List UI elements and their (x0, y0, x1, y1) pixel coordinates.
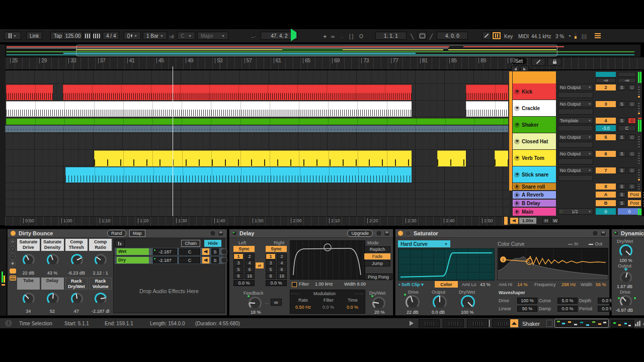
delay-beat-5[interactable]: 5 (266, 266, 276, 273)
clip-crackle[interactable] (6, 101, 412, 117)
time-ruler[interactable]: 0:501:001:101:201:301:401:502:002:102:20… (5, 216, 509, 226)
output-knob[interactable] (433, 295, 447, 309)
chain-solo-button[interactable]: S (211, 248, 219, 255)
rack-rand-button[interactable]: Rand (107, 230, 126, 237)
overdub-plus-icon[interactable]: + (323, 33, 327, 40)
arm-button[interactable]: ⊙ (628, 151, 636, 157)
track-header-crackle[interactable]: CrackleNo Output▼3S⊙ (509, 100, 642, 117)
solo-button[interactable]: S (618, 101, 626, 107)
track-color-tab[interactable]: Crackle (513, 100, 556, 116)
loop-length-field[interactable]: 4. 0. 0 (437, 32, 468, 40)
overview-selection-frame[interactable] (76, 45, 557, 56)
ws-drive-value[interactable]: 100 % (517, 298, 537, 304)
track-header-kick[interactable]: KickNo Output▼2S⊙ (509, 83, 642, 100)
clip-verbtom[interactable] (94, 150, 412, 166)
send-letter-box[interactable]: A (596, 192, 616, 198)
chain-pan[interactable]: C (179, 257, 200, 263)
track-header-main[interactable]: Main∷1/2▼00 (509, 208, 642, 216)
width-value[interactable]: 56 % (596, 282, 606, 287)
track-header-b-delay[interactable]: B DelayBSPost (509, 200, 642, 207)
delay-filter-display[interactable] (290, 240, 365, 280)
volume-box[interactable]: -3.0 (596, 125, 616, 131)
macro-variations-icon[interactable]: ⟳ (10, 239, 16, 245)
drive-knob[interactable] (406, 295, 420, 309)
play-button[interactable] (291, 32, 296, 38)
nudge-up-icon[interactable] (93, 32, 101, 40)
delay-beat-3[interactable]: 3 (233, 260, 244, 266)
device-activator[interactable] (614, 231, 619, 236)
curve-type-menu[interactable]: Hard Curve▼ (398, 240, 450, 247)
output-routing-menu[interactable]: No Output▼ (558, 150, 593, 157)
punch-in-icon[interactable]: ╲ (411, 34, 414, 39)
device-header[interactable]: Dynamic (612, 229, 644, 238)
nudge-down-icon[interactable] (84, 32, 92, 40)
device-activator[interactable] (11, 231, 16, 236)
drywet-knob[interactable] (372, 297, 385, 310)
track-color-tab[interactable]: A Reverb (513, 191, 556, 199)
delay-beat-1[interactable]: 1 (266, 253, 276, 259)
macro-value[interactable]: 47 (65, 309, 88, 314)
preview-speaker-icon[interactable] (510, 218, 518, 224)
output-value[interactable]: 1.67 dB (617, 284, 632, 289)
post-button[interactable]: Post (628, 200, 641, 206)
menu-hamburger-icon[interactable] (595, 33, 601, 38)
key-root-menu[interactable]: C▼ (177, 32, 195, 40)
level-meter-icon[interactable] (635, 321, 640, 326)
track-color-tab[interactable]: Kick (513, 83, 556, 100)
track-header-closed-hat[interactable]: Closed HatNo Output▼5S⊙ (509, 133, 642, 150)
snapshot-icon[interactable]: ◉ (10, 260, 16, 266)
fold-track-icon[interactable] (514, 172, 520, 177)
solo-button[interactable]: S (618, 200, 626, 206)
arm-button[interactable]: ⊙ (628, 184, 636, 190)
track-color-tab[interactable]: B Delay (513, 200, 556, 207)
delay-beat-6[interactable]: 6 (277, 266, 287, 273)
save-preset-icon[interactable] (218, 230, 224, 236)
delay-right-sync-button[interactable]: Sync (266, 246, 287, 252)
ping-pong-button[interactable]: Ping Pong (364, 274, 392, 280)
track-number-box[interactable]: 7 (596, 167, 616, 173)
fold-track-icon[interactable] (514, 209, 520, 215)
punch-out-icon[interactable]: ╱ (430, 34, 433, 39)
follow-icon[interactable]: →· (250, 34, 256, 39)
back-to-arrangement-icon[interactable]: ← (340, 34, 345, 39)
optimize-width-button[interactable]: W (551, 218, 559, 224)
drywet-value[interactable]: 100 % (461, 310, 474, 315)
arm-button[interactable]: ⊙ (628, 101, 636, 107)
macro-value[interactable]: 43 % (41, 270, 64, 276)
delay-beat-4[interactable]: 4 (245, 260, 255, 266)
output-value[interactable]: 0.0 dB (432, 310, 445, 315)
chain-pan[interactable]: C (179, 248, 200, 255)
track-color-tab[interactable]: Snare roll (513, 183, 556, 190)
drop-audio-effects-zone[interactable]: Drop Audio Effects Here (114, 269, 224, 313)
group-minus-inf-box[interactable]: -∞ (596, 78, 616, 83)
chain-name[interactable]: Dry (117, 257, 149, 263)
clip-kick[interactable] (63, 84, 412, 100)
chain-tab[interactable]: Chain (181, 240, 200, 247)
device-header[interactable]: Saturator (395, 229, 609, 238)
scale-icon[interactable]: ♭♯ (169, 34, 174, 39)
clip-crackle[interactable] (466, 101, 508, 117)
output-knob[interactable] (620, 272, 632, 284)
track-number-box[interactable]: 2 (596, 84, 616, 90)
output-routing-menu[interactable]: No Output▼ (558, 134, 593, 140)
macro-knob[interactable] (23, 293, 35, 305)
output-routing-menu[interactable]: No Output▼ (558, 167, 593, 173)
ws-damp-value[interactable]: 0.0 % (557, 306, 578, 312)
chain-hotswap-icon[interactable] (221, 257, 227, 263)
clip-stick[interactable] (65, 167, 412, 183)
macro-knob[interactable] (47, 293, 59, 305)
drywet-value[interactable]: 100 % (619, 258, 632, 263)
chain-speaker-button[interactable] (202, 257, 209, 263)
track-header-a-reverb[interactable]: A ReverbASPost (509, 191, 642, 199)
expand-device-icon[interactable] (405, 230, 411, 236)
device-dynamic[interactable]: Dynamic Dry/Wet 100 % Output 1.67 dB Dri… (611, 229, 644, 316)
device-delay[interactable]: Delay Upgrade Left Right Sync Sync 12345… (229, 229, 393, 316)
footer-play-icon[interactable] (410, 321, 414, 326)
show-macros-button[interactable] (10, 268, 16, 274)
device-list-icon[interactable] (546, 320, 552, 327)
delay-beat-1[interactable]: 1 (233, 253, 244, 259)
color-button[interactable]: Color (435, 281, 458, 288)
track-number-box[interactable]: 3 (596, 101, 616, 107)
chain-solo-button[interactable]: S (211, 257, 219, 263)
amt-hi-value[interactable]: 14 % (517, 282, 528, 287)
